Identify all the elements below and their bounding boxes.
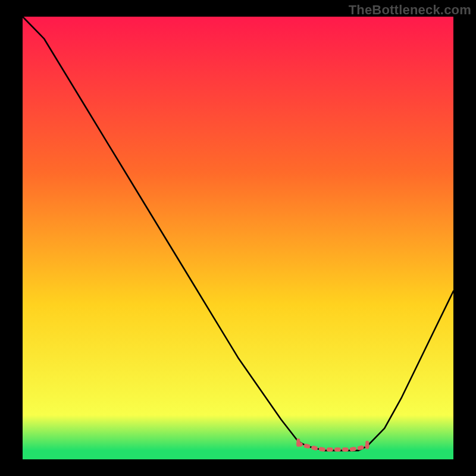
bottleneck-chart <box>0 0 476 476</box>
chart-frame: TheBottleneck.com <box>0 0 476 476</box>
marker-endcap <box>296 439 300 447</box>
marker-endcap <box>365 441 369 449</box>
plot-background <box>23 17 453 459</box>
